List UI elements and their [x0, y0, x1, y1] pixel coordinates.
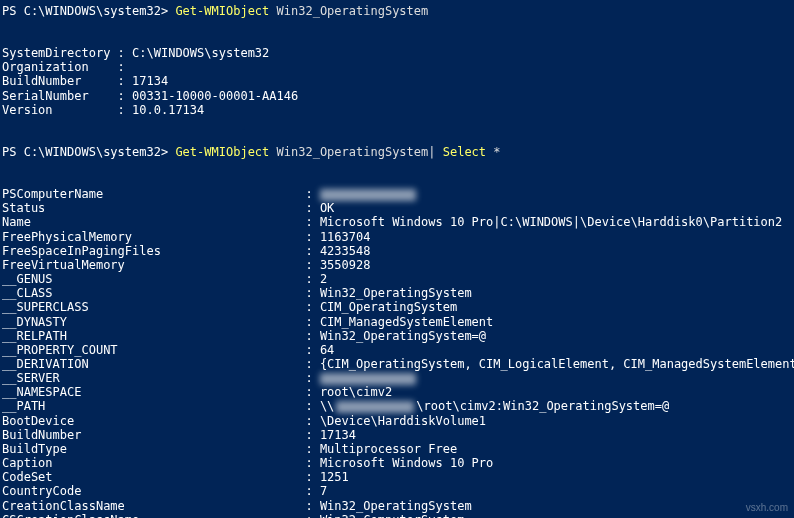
- argument-token: Win32_OperatingSystem|: [269, 145, 442, 159]
- output-row: SystemDirectory : C:\WINDOWS\system32: [2, 46, 794, 60]
- separator: :: [305, 315, 319, 329]
- output-row: Name : Microsoft Windows 10 Pro|C:\WINDO…: [2, 215, 794, 229]
- output-block-2: PSComputerName : Status : OKName : Micro…: [2, 187, 794, 518]
- output-row: __SUPERCLASS : CIM_OperatingSystem: [2, 300, 794, 314]
- output-row: __CLASS : Win32_OperatingSystem: [2, 286, 794, 300]
- output-row: BootDevice : \Device\HarddiskVolume1: [2, 414, 794, 428]
- blank-line: [2, 159, 794, 187]
- separator: :: [305, 513, 319, 518]
- output-row: __GENUS : 2: [2, 272, 794, 286]
- property-key: BuildNumber: [2, 428, 305, 442]
- separator: :: [118, 60, 132, 74]
- separator: :: [305, 215, 319, 229]
- property-key: __PATH: [2, 399, 305, 413]
- property-key: CountryCode: [2, 484, 305, 498]
- property-key: __DERIVATION: [2, 357, 305, 371]
- property-value: Multiprocessor Free: [320, 442, 457, 456]
- property-value: 4233548: [320, 244, 371, 258]
- redacted-value: [320, 189, 416, 201]
- property-key: Status: [2, 201, 305, 215]
- property-key: __SUPERCLASS: [2, 300, 305, 314]
- property-value: C:\WINDOWS\system32: [132, 46, 269, 60]
- property-key: Name: [2, 215, 305, 229]
- property-key: CodeSet: [2, 470, 305, 484]
- property-value: \\\root\cimv2:Win32_OperatingSystem=@: [320, 399, 669, 413]
- output-row: FreePhysicalMemory : 1163704: [2, 230, 794, 244]
- property-key: __SERVER: [2, 371, 305, 385]
- redacted-value: [320, 373, 416, 385]
- prompt-prefix: PS C:\WINDOWS\system32>: [2, 145, 175, 159]
- separator: :: [305, 230, 319, 244]
- property-value: root\cimv2: [320, 385, 392, 399]
- property-value: [320, 371, 416, 385]
- property-key: CSCreationClassName: [2, 513, 305, 518]
- cmdlet-token: Get-WMIObject: [175, 4, 269, 18]
- output-row: CountryCode : 7: [2, 484, 794, 498]
- separator: :: [305, 470, 319, 484]
- output-row: FreeVirtualMemory : 3550928: [2, 258, 794, 272]
- property-value: Win32_ComputerSystem: [320, 513, 465, 518]
- separator: :: [305, 244, 319, 258]
- property-key: __GENUS: [2, 272, 305, 286]
- separator: :: [118, 46, 132, 60]
- prompt-prefix: PS C:\WINDOWS\system32>: [2, 4, 175, 18]
- property-value: 10.0.17134: [132, 103, 204, 117]
- argument-token: Win32_OperatingSystem: [269, 4, 428, 18]
- prompt-line-1[interactable]: PS C:\WINDOWS\system32> Get-WMIObject Wi…: [2, 4, 794, 18]
- separator: :: [305, 385, 319, 399]
- property-value: CIM_OperatingSystem: [320, 300, 457, 314]
- output-row: Caption : Microsoft Windows 10 Pro: [2, 456, 794, 470]
- separator: :: [305, 371, 319, 385]
- output-row: SerialNumber : 00331-10000-00001-AA146: [2, 89, 794, 103]
- property-key: FreePhysicalMemory: [2, 230, 305, 244]
- separator: :: [305, 456, 319, 470]
- property-value: [320, 187, 416, 201]
- property-value: 1251: [320, 470, 349, 484]
- property-key: BuildNumber: [2, 74, 118, 88]
- property-key: Version: [2, 103, 118, 117]
- output-row: __PATH : \\\root\cimv2:Win32_OperatingSy…: [2, 399, 794, 413]
- property-value: 17134: [132, 74, 168, 88]
- separator: :: [305, 343, 319, 357]
- property-value: 3550928: [320, 258, 371, 272]
- output-block-1: SystemDirectory : C:\WINDOWS\system32Org…: [2, 46, 794, 117]
- prompt-line-2[interactable]: PS C:\WINDOWS\system32> Get-WMIObject Wi…: [2, 145, 794, 159]
- property-value: Win32_OperatingSystem=@: [320, 329, 486, 343]
- output-row: __NAMESPACE : root\cimv2: [2, 385, 794, 399]
- property-key: __NAMESPACE: [2, 385, 305, 399]
- output-row: __PROPERTY_COUNT : 64: [2, 343, 794, 357]
- separator: :: [305, 272, 319, 286]
- separator: :: [305, 300, 319, 314]
- separator: :: [305, 357, 319, 371]
- property-key: FreeVirtualMemory: [2, 258, 305, 272]
- cmdlet-token: Select: [443, 145, 486, 159]
- separator: :: [305, 187, 319, 201]
- property-value: {CIM_OperatingSystem, CIM_LogicalElement…: [320, 357, 794, 371]
- property-value: Microsoft Windows 10 Pro: [320, 456, 493, 470]
- separator: :: [305, 201, 319, 215]
- output-row: CreationClassName : Win32_OperatingSyste…: [2, 499, 794, 513]
- property-value: Win32_OperatingSystem: [320, 499, 472, 513]
- property-key: __CLASS: [2, 286, 305, 300]
- property-value: CIM_ManagedSystemElement: [320, 315, 493, 329]
- blank-line: [2, 18, 794, 46]
- separator: :: [305, 286, 319, 300]
- property-key: __RELPATH: [2, 329, 305, 343]
- property-key: CreationClassName: [2, 499, 305, 513]
- output-row: BuildNumber : 17134: [2, 74, 794, 88]
- property-value: OK: [320, 201, 334, 215]
- property-value: 00331-10000-00001-AA146: [132, 89, 298, 103]
- watermark: vsxh.com: [746, 502, 788, 514]
- output-row: FreeSpaceInPagingFiles : 4233548: [2, 244, 794, 258]
- property-value: \Device\HarddiskVolume1: [320, 414, 486, 428]
- separator: :: [305, 329, 319, 343]
- output-row: __DYNASTY : CIM_ManagedSystemElement: [2, 315, 794, 329]
- property-value: 7: [320, 484, 327, 498]
- property-key: PSComputerName: [2, 187, 305, 201]
- output-row: BuildType : Multiprocessor Free: [2, 442, 794, 456]
- output-row: __SERVER :: [2, 371, 794, 385]
- property-key: SystemDirectory: [2, 46, 118, 60]
- blank-line: [2, 117, 794, 145]
- property-value: 1163704: [320, 230, 371, 244]
- output-row: Status : OK: [2, 201, 794, 215]
